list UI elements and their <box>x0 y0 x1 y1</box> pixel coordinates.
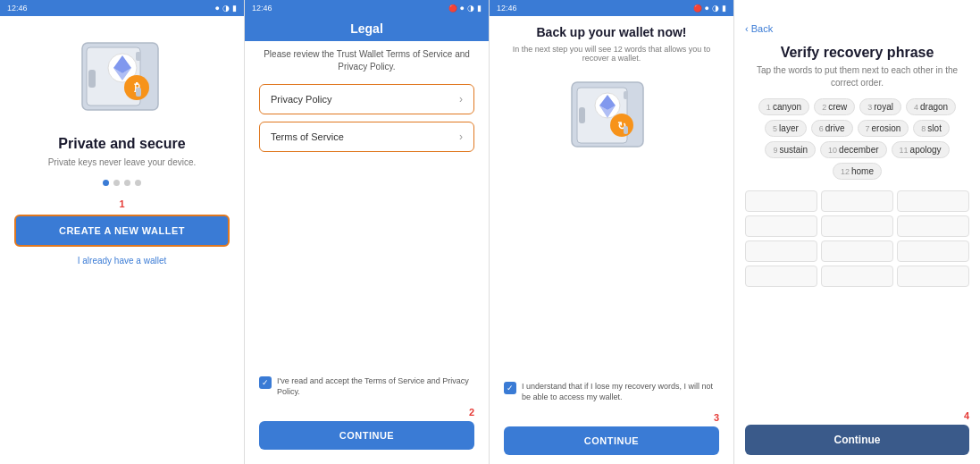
legal-title: Legal <box>350 21 383 36</box>
wifi-icon-3: ◑ <box>712 4 719 13</box>
safe-illustration-3: ↻ <box>563 75 661 156</box>
dot-1 <box>103 180 109 186</box>
battery-icon: ▮ <box>232 4 237 13</box>
answer-slot-9 <box>897 240 969 262</box>
answer-slot-6 <box>897 215 969 237</box>
step-label-4: 4 <box>745 410 969 421</box>
svg-rect-19 <box>624 126 628 134</box>
verify-title: Verify recovery phrase <box>734 38 980 64</box>
step-label-2: 2 <box>259 407 474 418</box>
panel-3-bottom: I understand that if I lose my recovery … <box>504 381 719 455</box>
status-icons-3: 🔴 ● ◑ ▮ <box>693 4 726 13</box>
terms-of-service-button[interactable]: Terms of Service › <box>259 122 474 152</box>
panel-2-bottom: I've read and accept the Terms of Servic… <box>259 368 474 457</box>
already-have-wallet-link[interactable]: I already have a wallet <box>78 256 167 266</box>
continue-button-3[interactable]: CONTINUE <box>504 426 719 455</box>
answer-slot-12 <box>897 266 969 287</box>
word-chip-4[interactable]: 4dragon <box>906 98 956 115</box>
back-label: Back <box>751 23 773 34</box>
notification-icon: 🔴 <box>448 4 457 13</box>
answer-slot-10 <box>745 266 817 287</box>
answer-slot-3 <box>897 190 969 212</box>
status-icons-2: 🔴 ● ◑ ▮ <box>448 4 482 13</box>
word-chip-7[interactable]: 7erosion <box>858 120 909 137</box>
wifi-icon: ◑ <box>222 4 230 13</box>
backup-title: Back up your wallet now! <box>536 25 686 39</box>
signal-icon-3: ● <box>705 4 709 13</box>
word-chip-9[interactable]: 9sustain <box>765 141 816 158</box>
signal-icon-2: ● <box>460 4 465 13</box>
status-bar-1: 12:46 ● ◑ ▮ <box>0 0 244 16</box>
panel-2-body: Please review the Trust Wallet Terms of … <box>245 41 489 464</box>
backup-subtitle: In the next step you will see 12 words t… <box>504 45 719 63</box>
accept-terms-row: I've read and accept the Terms of Servic… <box>259 375 474 398</box>
panel-2-header: Legal <box>245 16 489 41</box>
battery-icon-3: ▮ <box>722 4 726 13</box>
panel-4-header: ‹ Back <box>734 16 980 38</box>
panel-4: ‹ Back Verify recovery phrase Tap the wo… <box>734 0 980 464</box>
word-chip-11[interactable]: 11apology <box>892 141 950 158</box>
panel-3-body: Back up your wallet now! In the next ste… <box>490 16 733 464</box>
word-chip-8[interactable]: 8slot <box>913 120 950 137</box>
panel-3: 12:46 🔴 ● ◑ ▮ Back up your wallet now! I… <box>490 0 734 464</box>
word-chip-5[interactable]: 5layer <box>765 120 807 137</box>
notification-icon-3: 🔴 <box>693 4 702 13</box>
understand-row: I understand that if I lose my recovery … <box>504 381 719 403</box>
word-chip-3[interactable]: 3royal <box>859 98 901 115</box>
continue-button-2[interactable]: CONTINUE <box>259 421 474 450</box>
create-wallet-button[interactable]: CREATE A NEW WALLET <box>14 215 230 247</box>
status-bar-2: 12:46 🔴 ● ◑ ▮ <box>245 0 489 16</box>
terms-of-service-label: Terms of Service <box>271 131 344 142</box>
dot-2 <box>113 180 120 186</box>
word-chips-container: 1canyon 2crew 3royal 4dragon 5layer 6dri… <box>734 98 980 187</box>
panel-2: 12:46 🔴 ● ◑ ▮ Legal Please review the Tr… <box>245 0 490 464</box>
answer-slot-1 <box>745 190 817 212</box>
accept-terms-text: I've read and accept the Terms of Servic… <box>277 375 474 398</box>
continue-button-4[interactable]: Continue <box>745 425 969 455</box>
answer-grid <box>734 187 980 291</box>
word-chip-12[interactable]: 12home <box>833 163 882 180</box>
step-label-1: 1 <box>119 198 124 209</box>
answer-slot-11 <box>821 266 893 287</box>
chevron-right-icon-2: › <box>459 131 463 143</box>
verify-subtitle: Tap the words to put them next to each o… <box>734 64 980 98</box>
answer-slot-4 <box>745 215 817 237</box>
understand-text: I understand that if I lose my recovery … <box>522 381 719 403</box>
wifi-icon-2: ◑ <box>467 4 474 13</box>
answer-slot-5 <box>821 215 893 237</box>
dot-4 <box>135 180 141 186</box>
word-chip-10[interactable]: 10december <box>820 141 886 158</box>
panel-1: 12:46 ● ◑ ▮ ₿ <box>0 0 245 464</box>
understand-checkbox[interactable] <box>504 382 516 394</box>
panel-1-body: ₿ Private and secure Private keys never … <box>0 16 244 464</box>
word-chip-1[interactable]: 1canyon <box>758 98 809 115</box>
time-3: 12:46 <box>497 4 517 13</box>
svg-rect-18 <box>624 91 628 99</box>
legal-description: Please review the Trust Wallet Terms of … <box>259 48 474 73</box>
time-1: 12:46 <box>7 4 28 13</box>
svg-rect-8 <box>136 52 141 61</box>
answer-slot-8 <box>821 240 893 262</box>
status-bar-3: 12:46 🔴 ● ◑ ▮ <box>490 0 733 16</box>
svg-rect-2 <box>88 70 96 88</box>
answer-slot-2 <box>821 190 893 212</box>
chevron-left-icon: ‹ <box>745 23 749 34</box>
dots-row <box>103 180 141 186</box>
privacy-policy-label: Privacy Policy <box>271 94 331 105</box>
chevron-right-icon: › <box>459 93 463 105</box>
p1-title: Private and secure <box>58 136 185 152</box>
answer-slot-7 <box>745 240 817 262</box>
word-chip-2[interactable]: 2crew <box>814 98 855 115</box>
accept-terms-checkbox[interactable] <box>259 376 272 389</box>
status-bar-4 <box>734 0 980 16</box>
step-label-3: 3 <box>504 412 719 423</box>
signal-icon: ● <box>215 4 220 13</box>
time-2: 12:46 <box>252 4 272 13</box>
panel-4-bottom: 4 Continue <box>734 403 980 464</box>
status-icons-1: ● ◑ ▮ <box>215 4 237 13</box>
back-button[interactable]: ‹ Back <box>745 23 969 34</box>
battery-icon-2: ▮ <box>477 4 482 13</box>
word-chip-6[interactable]: 6drive <box>811 120 853 137</box>
privacy-policy-button[interactable]: Privacy Policy › <box>259 84 474 114</box>
svg-rect-12 <box>579 107 585 123</box>
